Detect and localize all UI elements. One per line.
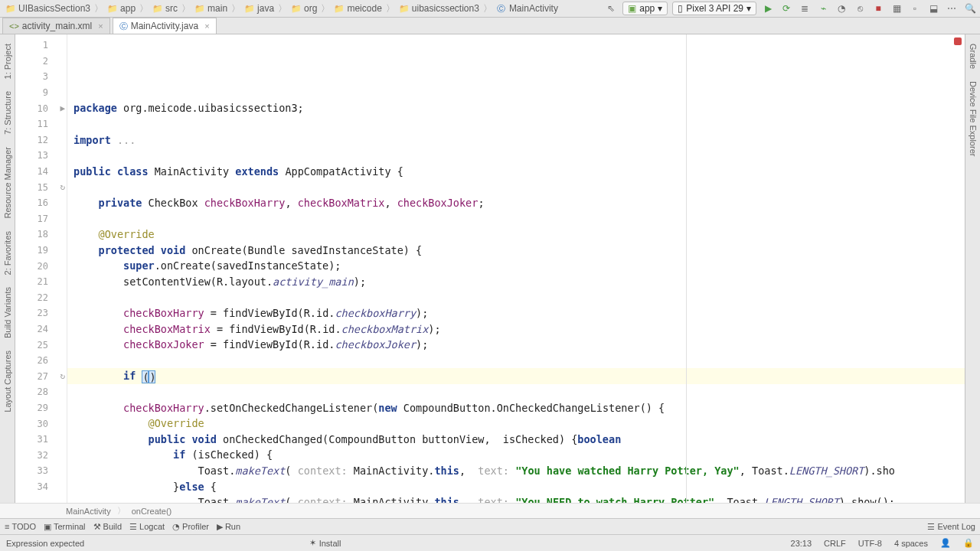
tool-icon: ▣ xyxy=(44,522,51,532)
code-line[interactable]: private CheckBox checkBoxHarry, checkBox… xyxy=(67,195,965,211)
status-task: Install xyxy=(319,539,341,548)
lock-icon[interactable]: 🔒 xyxy=(963,538,974,548)
code-line[interactable] xyxy=(67,148,965,164)
code-line[interactable]: checkBoxJoker = findViewById(R.id.checkb… xyxy=(67,337,965,353)
device-selector[interactable]: ▯ Pixel 3 API 29 ▾ xyxy=(672,2,756,15)
folder-icon xyxy=(194,3,205,14)
nav-toolbar: ⇖ ▣ app ▾ ▯ Pixel 3 API 29 ▾ ▶ ⟳ ≣ ⌁ ◔ ⎋… xyxy=(604,2,977,15)
code-line[interactable]: @Override xyxy=(67,227,965,243)
gutter[interactable]: 123910▶1112131415↻1617181920212223242526… xyxy=(15,34,67,503)
code-line[interactable]: @Override xyxy=(67,416,965,432)
code-line[interactable]: Toast.makeText( context: MainActivity.th… xyxy=(67,463,965,479)
editor-tab[interactable]: <>activity_main.xml× xyxy=(2,18,110,34)
code-line[interactable] xyxy=(67,384,965,400)
code-line[interactable]: checkBoxHarry.setOnCheckedChangeListener… xyxy=(67,400,965,416)
more-icon[interactable]: ⋯ xyxy=(945,2,959,15)
breadcrumb[interactable]: UIBasicsSection3〉app〉src〉main〉java〉org〉m… xyxy=(3,2,560,15)
apply-changes-icon[interactable]: ⟳ xyxy=(779,2,793,15)
code-line[interactable]: Toast.makeText( context: MainActivity.th… xyxy=(67,494,965,503)
breadcrumb-item[interactable]: MainActivity xyxy=(66,507,111,516)
chevron-down-icon: ▾ xyxy=(746,3,751,14)
cursor-position[interactable]: 23:13 xyxy=(791,539,812,548)
tool-window-tab[interactable]: 2: Favorites xyxy=(3,228,12,278)
code-line[interactable] xyxy=(67,116,965,132)
code-line[interactable]: if (isChecked) { xyxy=(67,447,965,463)
run-config-selector[interactable]: ▣ app ▾ xyxy=(622,2,668,15)
breadcrumb-item[interactable]: UIBasicsSection3 xyxy=(3,3,93,14)
apply-code-icon[interactable]: ≣ xyxy=(798,2,812,15)
avd-icon[interactable]: ▫ xyxy=(908,2,922,15)
code-line[interactable]: public void onCheckedChanged(CompoundBut… xyxy=(67,432,965,448)
tool-icon: ≡ xyxy=(5,522,9,531)
stop-icon[interactable]: ■ xyxy=(871,2,885,15)
tool-window-tab[interactable]: 1: Project xyxy=(3,41,12,82)
code-line[interactable]: setContentView(R.layout.activity_main); xyxy=(67,274,965,290)
code-line[interactable] xyxy=(67,211,965,227)
line-ending[interactable]: CRLF xyxy=(824,539,846,548)
inspection-icon[interactable]: 👤 xyxy=(940,538,951,548)
breadcrumb-item[interactable]: src xyxy=(150,3,180,14)
code-line[interactable]: }else { xyxy=(67,479,965,495)
tool-window-tab[interactable]: 7: Structure xyxy=(3,88,12,138)
event-log-button[interactable]: ☰ Event Log xyxy=(927,522,975,532)
indent-setting[interactable]: 4 spaces xyxy=(894,539,928,548)
search-icon[interactable]: 🔍 xyxy=(963,2,977,15)
breadcrumb-item[interactable]: MainActivity xyxy=(494,3,560,14)
breadcrumb-item[interactable]: meicode xyxy=(332,3,384,14)
file-encoding[interactable]: UTF-8 xyxy=(858,539,882,548)
error-marker-icon[interactable] xyxy=(954,37,962,45)
compass-icon[interactable]: ⇖ xyxy=(604,2,618,15)
code-line[interactable]: if () xyxy=(67,368,965,384)
run-icon[interactable]: ▶ xyxy=(761,2,775,15)
code-area[interactable]: package org.meicode.uibasicssection3; im… xyxy=(67,34,965,503)
code-line[interactable]: protected void onCreate(Bundle savedInst… xyxy=(67,243,965,259)
attach-icon[interactable]: ⎋ xyxy=(853,2,867,15)
tool-window-tab[interactable]: Resource Manager xyxy=(3,144,12,222)
tool-window-tab[interactable]: Device File Explorer xyxy=(969,78,978,159)
close-icon[interactable]: × xyxy=(98,21,103,31)
code-line[interactable]: checkBoxHarry = findViewById(R.id.checkb… xyxy=(67,305,965,321)
gutter-icon[interactable]: ↻ xyxy=(60,371,65,381)
code-line[interactable]: super.onCreate(savedInstanceState); xyxy=(67,258,965,274)
breadcrumb-item[interactable]: app xyxy=(105,3,138,14)
code-line[interactable]: import ... xyxy=(67,132,965,148)
code-line[interactable] xyxy=(67,179,965,195)
editor-breadcrumb[interactable]: MainActivity〉onCreate() xyxy=(0,503,980,518)
sdk-icon[interactable]: ⬓ xyxy=(926,2,940,15)
tool-window-button[interactable]: ≡TODO xyxy=(5,522,36,531)
navigation-bar: UIBasicsSection3〉app〉src〉main〉java〉org〉m… xyxy=(0,0,980,18)
sync-icon[interactable]: ▦ xyxy=(890,2,903,15)
code-line[interactable]: package org.meicode.uibasicssection3; xyxy=(67,100,965,116)
breadcrumb-item[interactable]: main xyxy=(192,3,230,14)
editor-tab[interactable]: ⒸMainActivity.java× xyxy=(113,18,217,34)
code-line[interactable] xyxy=(67,353,965,369)
spinner-icon: ✶ xyxy=(309,538,316,548)
gutter-icon[interactable]: ▶ xyxy=(60,103,65,113)
profiler-icon[interactable]: ◔ xyxy=(835,2,848,15)
breadcrumb-item[interactable]: org xyxy=(289,3,319,14)
code-line[interactable]: checkBoxMatrix = findViewById(R.id.check… xyxy=(67,321,965,337)
tool-window-button[interactable]: ▶Run xyxy=(217,522,240,532)
code-line[interactable] xyxy=(67,290,965,306)
code-line[interactable]: public class MainActivity extends AppCom… xyxy=(67,164,965,180)
tool-window-button[interactable]: ◔Profiler xyxy=(172,522,209,532)
breadcrumb-item[interactable]: uibasicssection3 xyxy=(397,3,482,14)
right-tool-strip: GradleDevice File Explorer xyxy=(965,34,980,503)
tool-window-tab[interactable]: Gradle xyxy=(969,41,978,72)
tool-window-button[interactable]: ⚒Build xyxy=(93,522,122,532)
tool-window-button[interactable]: ▣Terminal xyxy=(44,522,86,532)
phone-icon: ▯ xyxy=(678,3,683,14)
tool-window-tab[interactable]: Layout Captures xyxy=(3,347,12,416)
log-icon: ☰ xyxy=(927,522,935,532)
status-message: Expression expected xyxy=(6,539,84,548)
gutter-icon[interactable]: ↻ xyxy=(60,182,65,192)
bottom-toolbar: ≡TODO▣Terminal⚒Build☰Logcat◔Profiler▶Run… xyxy=(0,518,980,534)
debug-icon[interactable]: ⌁ xyxy=(816,2,830,15)
breadcrumb-item[interactable]: java xyxy=(242,3,276,14)
editor-tabs: <>activity_main.xml×ⒸMainActivity.java× xyxy=(0,18,980,34)
chevron-down-icon: ▾ xyxy=(658,3,662,14)
close-icon[interactable]: × xyxy=(204,21,209,31)
breadcrumb-item[interactable]: onCreate() xyxy=(132,507,172,516)
tool-window-button[interactable]: ☰Logcat xyxy=(129,522,165,532)
tool-window-tab[interactable]: Build Variants xyxy=(3,284,12,341)
